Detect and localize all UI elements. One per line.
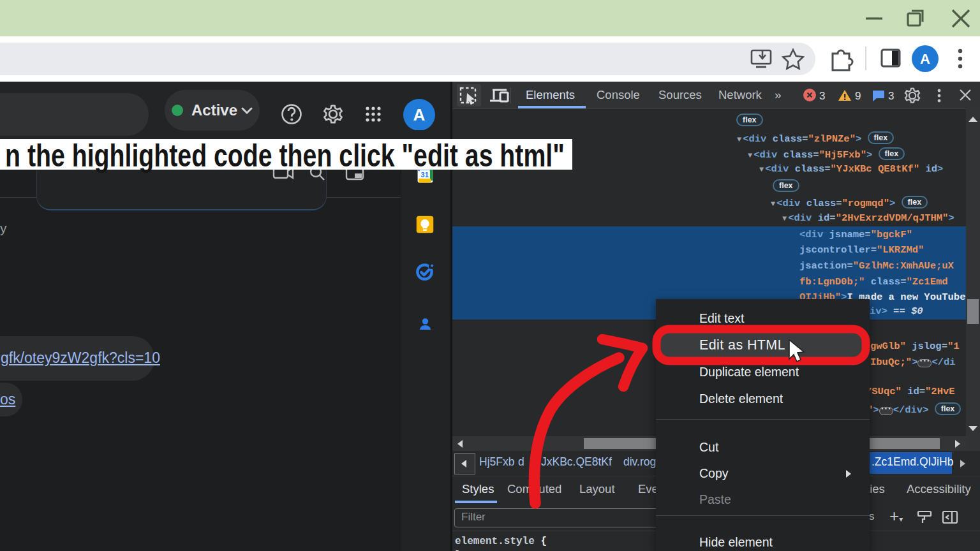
svg-text:3: 3 <box>888 90 894 102</box>
svg-text:Active: Active <box>191 101 237 119</box>
svg-text:9: 9 <box>855 90 861 102</box>
svg-text:A: A <box>413 105 426 124</box>
svg-text:3: 3 <box>819 90 825 102</box>
svg-text:A: A <box>920 51 930 67</box>
